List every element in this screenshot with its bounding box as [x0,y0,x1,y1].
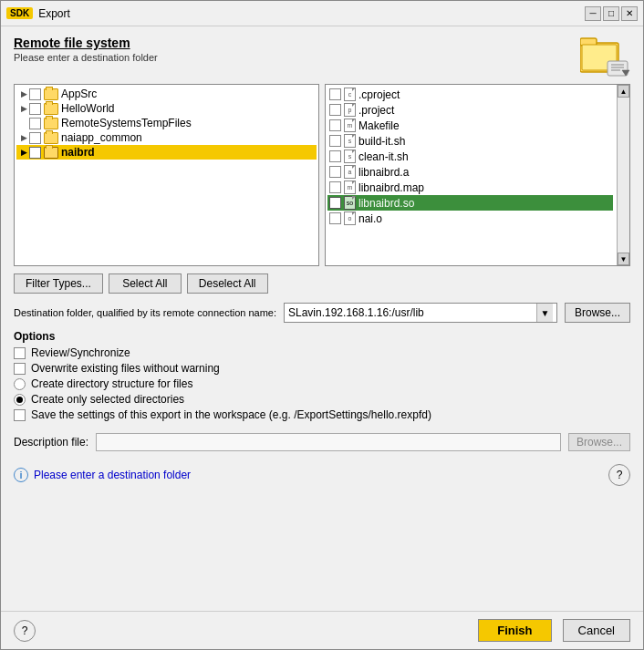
tree-item-helloworld[interactable]: ▶ HelloWorld [16,101,317,116]
tree-item-naibrd[interactable]: ▶ naibrd [16,145,317,160]
scroll-track[interactable] [618,98,629,253]
right-item-naio[interactable]: o nai.o [327,211,613,226]
destination-row: Destination folder, qualified by its rem… [14,303,630,323]
expand-icon-helloworld[interactable]: ▶ [18,103,29,114]
checkbox-cleanit[interactable] [329,150,341,162]
minimize-button[interactable]: ─ [585,6,601,21]
destination-combo[interactable]: SLavin.192.168.1.16:/usr/lib ▼ [284,303,557,323]
checkbox-libnaibrd-so[interactable]: ✓ [329,197,341,209]
checkbox-cproject[interactable] [329,88,341,100]
info-row: i Please enter a destination folder ? [14,464,630,486]
checkbox-naibrd[interactable] [29,147,41,159]
checkbox-libnaibrd-map[interactable] [329,181,341,193]
inline-help-button[interactable]: ? [608,464,630,486]
filter-types-button[interactable]: Filter Types... [14,273,103,294]
dialog-subtitle: Please enter a destination folder [14,52,158,63]
cancel-button[interactable]: Cancel [563,619,630,642]
expand-icon-naiapp[interactable]: ▶ [18,132,29,143]
right-item-makefile[interactable]: m Makefile [327,118,613,133]
expand-icon-appsrc[interactable]: ▶ [18,88,29,99]
bottom-action-buttons: Finish Cancel [478,619,630,642]
label-naio: nai.o [358,212,382,225]
options-section: Options Review/Synchronize Overwrite exi… [14,330,630,424]
label-remotetemp: RemoteSystemsTempFiles [61,117,192,129]
tree-item-appsrc[interactable]: ▶ AppSrc [16,87,317,101]
bottom-help-button[interactable]: ? [14,620,36,642]
tree-item-naiapp[interactable]: ▶ naiapp_common [16,130,317,145]
description-browse-button[interactable]: Browse... [568,433,630,451]
folder-icon-naiapp [44,132,58,144]
header-text: Remote file system Please enter a destin… [14,36,158,63]
description-input[interactable] [96,433,561,451]
label-create-selected: Create only selected directories [31,393,184,406]
label-overwrite: Overwrite existing files without warning [31,362,220,375]
right-item-cproject[interactable]: c .cproject [327,87,613,102]
label-libnaibrd-so: libnaibrd.so [358,197,414,210]
combo-arrow-icon[interactable]: ▼ [536,304,553,322]
right-file-pane[interactable]: c .cproject p .project m Makefile [325,84,630,266]
select-all-button[interactable]: Select All [109,273,182,294]
header-section: Remote file system Please enter a destin… [14,36,630,77]
sdk-badge: SDK [6,7,33,19]
folder-icon-remotetemp [44,118,58,129]
right-pane-scrollbar[interactable]: ▲ ▼ [617,85,629,265]
right-item-libnaibrd-so[interactable]: ✓ so libnaibrd.so [327,195,613,211]
folder-icon-naibrd [44,147,58,159]
checkbox-overwrite[interactable] [14,363,26,375]
tree-item-remotetemp[interactable]: RemoteSystemsTempFiles [16,116,317,130]
title-bar: SDK Export ─ □ ✕ [1,1,643,26]
file-icon-project: p [344,103,356,117]
destination-value: SLavin.192.168.1.16:/usr/lib [288,306,536,319]
checkbox-naio[interactable] [329,212,341,224]
file-icon-libnaibrd-a: a [344,165,356,179]
right-item-buildit[interactable]: s build-it.sh [327,133,613,149]
checkbox-appsrc[interactable] [29,88,41,100]
folder-icon-appsrc [44,88,58,100]
radio-create-selected[interactable] [14,394,26,406]
checkbox-review[interactable] [14,347,26,359]
label-cleanit: clean-it.sh [358,150,409,163]
bottom-bar: ? Finish Cancel [1,611,643,649]
close-button[interactable]: ✕ [621,6,638,21]
checkbox-helloworld[interactable] [29,103,41,115]
window-title: Export [38,7,70,20]
option-overwrite: Overwrite existing files without warning [14,362,630,375]
destination-browse-button[interactable]: Browse... [565,303,630,323]
file-icon-cleanit: s [344,150,356,163]
file-icon-makefile: m [344,119,356,132]
scroll-down-button[interactable]: ▼ [618,253,629,265]
label-libnaibrd-map: libnaibrd.map [358,181,424,194]
scroll-up-button[interactable]: ▲ [618,85,629,98]
maximize-button[interactable]: □ [603,6,619,21]
folder-large-icon [580,36,630,77]
file-icon-libnaibrd-map: m [344,181,356,194]
checkbox-save-settings[interactable] [14,409,26,421]
checkbox-buildit[interactable] [329,135,341,147]
option-create-dir: Create directory structure for files [14,377,630,390]
destination-label: Destination folder, qualified by its rem… [14,307,276,318]
label-appsrc: AppSrc [61,88,97,100]
checkbox-libnaibrd-a[interactable] [329,166,341,178]
label-helloworld: HelloWorld [61,102,114,115]
label-project: .project [358,104,394,117]
right-item-libnaibrd-a[interactable]: a libnaibrd.a [327,164,613,180]
checkbox-naiapp[interactable] [29,132,41,144]
deselect-all-button[interactable]: Deselect All [187,273,268,294]
expand-icon-naibrd[interactable]: ▶ [18,147,29,158]
checkbox-remotetemp[interactable] [29,118,41,129]
right-item-cleanit[interactable]: s clean-it.sh [327,149,613,164]
right-item-libnaibrd-map[interactable]: m libnaibrd.map [327,180,613,195]
left-file-pane[interactable]: ▶ AppSrc ▶ HelloWorld RemoteS [14,84,319,266]
label-buildit: build-it.sh [358,135,405,148]
checkbox-project[interactable] [329,104,341,116]
label-save-settings: Save the settings of this export in the … [31,408,431,421]
dialog-content: Remote file system Please enter a destin… [1,26,643,611]
title-controls: ─ □ ✕ [585,6,638,21]
label-create-dir: Create directory structure for files [31,377,192,390]
finish-button[interactable]: Finish [478,619,551,642]
radio-create-dir[interactable] [14,378,26,390]
checkbox-makefile[interactable] [329,119,341,131]
option-review: Review/Synchronize [14,346,630,359]
right-item-project[interactable]: p .project [327,102,613,118]
label-naibrd: naibrd [61,146,95,159]
